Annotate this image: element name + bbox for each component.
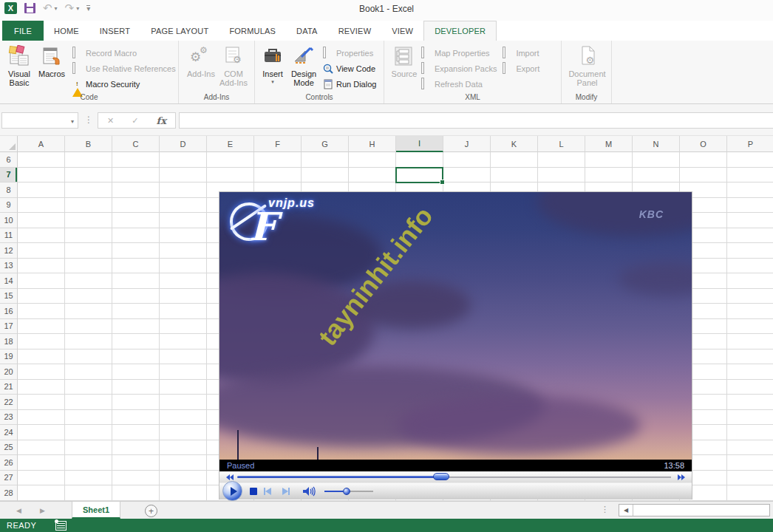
tab-formulas[interactable]: FORMULAS [219, 21, 286, 41]
row-header-18[interactable]: 18 [0, 334, 18, 349]
row-header-6[interactable]: 6 [0, 152, 18, 168]
com-add-ins-button[interactable]: ⚙ COM Add-Ins [217, 42, 250, 91]
formula-input[interactable] [179, 112, 773, 129]
row-header-20[interactable]: 20 [0, 364, 18, 380]
column-header-D[interactable]: D [160, 136, 207, 152]
row-header-22[interactable]: 22 [0, 395, 18, 410]
row-header-26[interactable]: 26 [0, 455, 18, 471]
row-header-19[interactable]: 19 [0, 349, 18, 365]
row-header-8[interactable]: 8 [0, 183, 18, 198]
column-header-J[interactable]: J [443, 136, 491, 152]
column-header-P[interactable]: P [727, 136, 773, 152]
row-header-24[interactable]: 24 [0, 425, 18, 440]
macro-record-icon[interactable] [55, 521, 67, 531]
sheet-tab-sheet1[interactable]: Sheet1 [72, 502, 120, 519]
row-header-12[interactable]: 12 [0, 243, 18, 259]
import-button[interactable]: Import [503, 45, 539, 61]
tab-scrollbar-splitter[interactable]: ⋮ [601, 505, 609, 514]
fast-forward-icon[interactable] [681, 474, 685, 480]
column-header-N[interactable]: N [633, 136, 680, 152]
column-header-C[interactable]: C [112, 136, 160, 152]
column-header-B[interactable]: B [65, 136, 112, 152]
row-header-7[interactable]: 7 [0, 168, 18, 183]
name-box[interactable]: ▾ [1, 112, 78, 129]
column-header-F[interactable]: F [254, 136, 302, 152]
row-header-27[interactable]: 27 [0, 471, 18, 486]
horizontal-scrollbar[interactable]: ◀ [619, 504, 770, 516]
add-ins-button[interactable]: ⚙⚙ Add-Ins [185, 42, 217, 91]
row-header-25[interactable]: 25 [0, 440, 18, 456]
column-header-O[interactable]: O [680, 136, 727, 152]
sheet-nav-next-icon[interactable]: ▶ [40, 507, 45, 514]
volume-slider[interactable] [324, 491, 373, 492]
volume-thumb[interactable] [343, 488, 350, 495]
source-button[interactable]: Source [387, 42, 421, 91]
row-header-21[interactable]: 21 [0, 380, 18, 395]
row-header-14[interactable]: 14 [0, 273, 18, 289]
tab-file[interactable]: FILE [2, 21, 44, 41]
row-header-10[interactable]: 10 [0, 213, 18, 228]
tab-review[interactable]: REVIEW [328, 21, 382, 41]
expansion-packs-button[interactable]: Expansion Packs [421, 61, 497, 76]
stop-button[interactable] [250, 488, 257, 495]
row-header-9[interactable]: 9 [0, 198, 18, 214]
column-header-H[interactable]: H [349, 136, 396, 152]
column-header-G[interactable]: G [302, 136, 349, 152]
insert-dropdown-icon[interactable]: ▾ [271, 79, 274, 85]
new-sheet-button[interactable]: + [145, 505, 157, 517]
code-small-items: Record Macro Use Relative References Mac… [72, 42, 176, 92]
tab-page-layout[interactable]: PAGE LAYOUT [140, 21, 219, 41]
export-button[interactable]: Export [503, 61, 539, 76]
media-player-object[interactable]: F vnjp.us KBC tayninhit.info Paused 13:5… [219, 192, 692, 499]
column-header-A[interactable]: A [18, 136, 65, 152]
row-header-13[interactable]: 13 [0, 259, 18, 274]
selected-cell-I7[interactable] [395, 167, 443, 183]
column-header-M[interactable]: M [585, 136, 633, 152]
use-relative-references-button[interactable]: Use Relative References [72, 61, 176, 76]
column-header-K[interactable]: K [491, 136, 538, 152]
column-header-L[interactable]: L [538, 136, 585, 152]
mute-speaker-icon[interactable] [302, 486, 317, 497]
visual-basic-button[interactable]: Visual Basic [3, 42, 35, 91]
row-header-23[interactable]: 23 [0, 410, 18, 426]
formula-bar-grip[interactable]: ⋮ [84, 115, 92, 125]
row-header-11[interactable]: 11 [0, 228, 18, 244]
refresh-data-button[interactable]: Refresh Data [421, 76, 497, 92]
row-header-15[interactable]: 15 [0, 289, 18, 304]
seek-track[interactable] [237, 475, 671, 479]
design-mode-button[interactable]: Design Mode [287, 42, 320, 91]
document-panel-button[interactable]: ⚙ Document Panel [567, 42, 608, 91]
tab-developer[interactable]: DEVELOPER [423, 21, 497, 41]
sheet-nav-prev-icon[interactable]: ◀ [16, 507, 21, 514]
rewind-icon[interactable] [230, 474, 234, 480]
properties-button[interactable]: Properties [323, 45, 376, 61]
macros-button[interactable]: Macros [35, 42, 68, 91]
macro-security-button[interactable]: Macro Security [72, 76, 176, 92]
map-properties-button[interactable]: Map Properties [421, 45, 497, 61]
column-header-I[interactable]: I [396, 136, 443, 152]
run-dialog-button[interactable]: Run Dialog [323, 76, 376, 92]
vnjp-logo: F vnjp.us [225, 197, 329, 263]
seek-thumb[interactable] [433, 473, 449, 480]
column-header-E[interactable]: E [207, 136, 254, 152]
record-macro-button[interactable]: Record Macro [72, 45, 176, 61]
cancel-icon[interactable]: ✕ [107, 116, 114, 126]
previous-button[interactable] [264, 488, 271, 495]
select-all-corner[interactable] [0, 136, 18, 152]
play-button[interactable] [222, 481, 242, 501]
row-header-16[interactable]: 16 [0, 304, 18, 319]
document-panel-icon: ⚙ [576, 45, 599, 67]
row-header-17[interactable]: 17 [0, 319, 18, 335]
insert-control-button[interactable]: Insert ▾ [258, 42, 287, 91]
tab-view[interactable]: VIEW [381, 21, 423, 41]
tab-data[interactable]: DATA [286, 21, 328, 41]
next-button[interactable] [282, 488, 290, 495]
view-code-button[interactable]: View Code [323, 61, 376, 76]
tab-home[interactable]: HOME [44, 21, 89, 41]
name-box-dropdown-icon[interactable]: ▾ [71, 118, 74, 125]
enter-icon[interactable]: ✓ [132, 116, 138, 126]
scroll-left-icon[interactable]: ◀ [619, 505, 633, 516]
tab-insert[interactable]: INSERT [89, 21, 140, 41]
row-header-28[interactable]: 28 [0, 485, 18, 501]
insert-function-icon[interactable]: fx [157, 115, 166, 126]
